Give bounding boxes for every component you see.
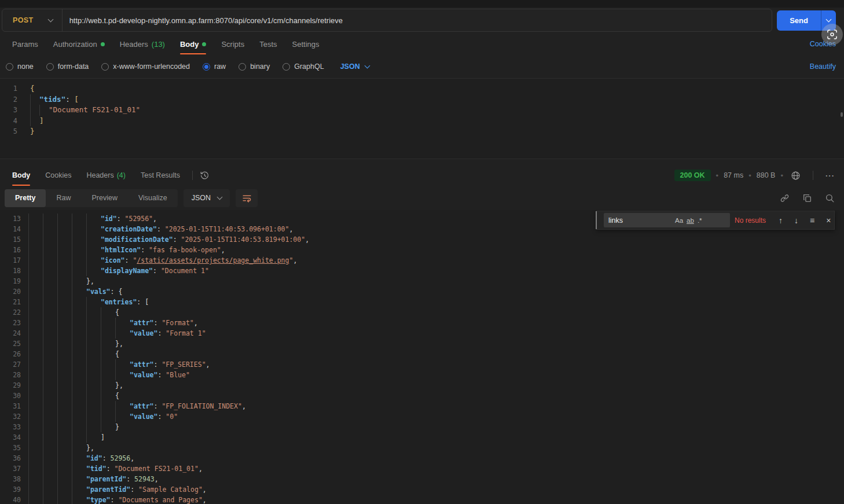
code-token: : — [154, 319, 162, 327]
url-bar: POST — [2, 9, 772, 32]
more-options-button[interactable]: ··· — [823, 169, 837, 182]
indent-guide — [86, 339, 101, 349]
line-number: 38 — [0, 474, 21, 484]
tab-authorization[interactable]: Authorization — [46, 33, 112, 55]
json-link[interactable]: /static/assets/projects/page_white.png — [137, 256, 289, 264]
regex-toggle[interactable]: .* — [696, 216, 704, 225]
indent-guide — [86, 266, 101, 276]
whole-word-toggle[interactable]: ab — [685, 216, 696, 225]
chain-link-icon — [780, 193, 790, 203]
indent-guide — [43, 286, 57, 297]
response-history-button[interactable] — [197, 168, 212, 183]
tab-label: Headers — [86, 171, 113, 179]
beautify-link[interactable]: Beautify — [810, 62, 836, 71]
code-token: , — [206, 360, 210, 369]
body-type-none[interactable]: none — [6, 62, 34, 71]
response-tab-body[interactable]: Body — [5, 165, 38, 186]
body-type-raw[interactable]: raw — [203, 62, 226, 71]
url-input[interactable] — [63, 16, 772, 25]
tab-tests[interactable]: Tests — [252, 33, 284, 55]
match-case-toggle[interactable]: Aa — [673, 216, 685, 225]
view-visualize[interactable]: Visualize — [128, 189, 178, 207]
code-line: 38"parentId": 52943, — [0, 474, 844, 484]
line-number: 5 — [0, 126, 17, 137]
copy-response-button[interactable] — [800, 191, 814, 205]
code-line: 28"value": "Blue" — [0, 370, 844, 380]
indent-guide — [57, 443, 72, 453]
copy-link-button[interactable] — [777, 191, 792, 205]
indent-guide — [72, 297, 86, 307]
line-number: 23 — [0, 318, 21, 328]
body-type-binary[interactable]: binary — [238, 62, 270, 71]
find-next-button[interactable]: ↓ — [791, 215, 802, 226]
wrap-text-button[interactable] — [236, 189, 258, 207]
code-token: "vals" — [86, 288, 111, 296]
response-language-select[interactable]: JSON — [184, 189, 230, 207]
method-selector[interactable]: POST — [2, 9, 63, 31]
find-in-selection-button[interactable]: ≡ — [806, 215, 818, 226]
indent-guide — [72, 339, 86, 349]
response-tab-headers[interactable]: Headers (4) — [79, 165, 133, 186]
tab-headers[interactable]: Headers (13) — [112, 33, 173, 55]
indent-guide — [101, 307, 115, 318]
indent-guide — [115, 318, 130, 328]
code-token: { — [115, 308, 119, 317]
indent-guide — [72, 234, 86, 245]
find-previous-button[interactable]: ↑ — [775, 215, 786, 226]
indent-guide — [86, 380, 101, 391]
tab-label: Cookies — [45, 171, 71, 179]
code-token: } — [115, 340, 119, 348]
view-raw[interactable]: Raw — [46, 189, 81, 207]
line-number: 1 — [0, 83, 17, 94]
response-status-area: 200 OK • 87 ms • 880 B • ··· — [674, 168, 838, 183]
url-row: POST Send — [0, 8, 844, 33]
window-top-strip — [0, 0, 844, 8]
indent-guide — [43, 328, 57, 339]
view-pretty[interactable]: Pretty — [5, 189, 46, 207]
body-type-form-data[interactable]: form-data — [46, 62, 89, 71]
search-response-button[interactable] — [823, 191, 837, 205]
send-button-label[interactable]: Send — [777, 10, 821, 31]
response-body-editor[interactable]: 13"id": "52956",14"creationDate": "2025-… — [0, 210, 844, 504]
request-tabs: Params Authorization Headers (13) Body S… — [0, 33, 844, 55]
tab-settings[interactable]: Settings — [285, 33, 327, 55]
network-info-button[interactable] — [788, 168, 803, 183]
tab-scripts[interactable]: Scripts — [214, 33, 252, 55]
find-input[interactable] — [608, 216, 673, 225]
body-type-graphql[interactable]: GraphQL — [282, 62, 324, 71]
screen-capture-overlay-button[interactable] — [821, 24, 843, 45]
line-number: 31 — [0, 401, 21, 411]
indent-guide — [28, 422, 43, 432]
view-preview[interactable]: Preview — [81, 189, 127, 207]
code-text: }, — [28, 339, 123, 349]
separator-dot: • — [716, 171, 719, 180]
indent-guide — [43, 422, 57, 432]
tab-params[interactable]: Params — [5, 33, 46, 55]
find-close-button[interactable]: × — [823, 215, 834, 226]
code-token: : — [65, 95, 74, 104]
indent-guide — [28, 234, 43, 245]
code-token: , — [194, 319, 198, 327]
indent-guide — [28, 349, 43, 359]
indent-guide — [57, 380, 72, 391]
indent-guide — [72, 349, 86, 359]
indent-guide — [72, 276, 86, 286]
indent-guide — [57, 422, 72, 432]
tab-body[interactable]: Body — [173, 33, 214, 55]
code-line: 35}, — [0, 443, 844, 453]
indent-guide — [43, 380, 57, 391]
code-token: : — [157, 225, 165, 233]
response-tab-cookies[interactable]: Cookies — [38, 165, 79, 186]
code-line: 3"Document FS21-01_01" — [0, 105, 844, 116]
code-token: , — [119, 340, 123, 348]
request-body-editor[interactable]: 1{2"tids": [3"Document FS21-01_01"4]5} — [0, 78, 844, 159]
code-text: { — [28, 349, 119, 359]
request-language-select[interactable]: JSON — [340, 62, 369, 71]
code-text: "id": "52956", — [28, 214, 157, 224]
response-tab-test-results[interactable]: Test Results — [133, 165, 188, 186]
code-token: : — [130, 485, 138, 494]
editor-scrollbar[interactable] — [841, 112, 843, 117]
line-number: 4 — [0, 116, 17, 127]
code-line: 36"id": 52956, — [0, 453, 844, 463]
body-type-x-www-form-urlencoded[interactable]: x-www-form-urlencoded — [101, 62, 190, 71]
